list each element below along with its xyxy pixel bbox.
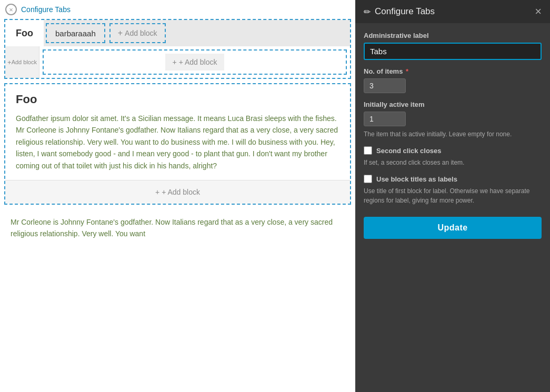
second-click-help: If set, a second click closes an item. <box>364 158 542 167</box>
use-block-titles-row: Use block titles as labels <box>364 175 542 183</box>
right-panel: ✏ Configure Tabs × Administrative label … <box>355 0 550 392</box>
add-block-tab-label: Add block <box>125 29 157 37</box>
plus-bottom-icon: + <box>155 188 159 196</box>
main-heading: Foo <box>16 93 339 106</box>
initially-active-group: Initially active item The item that is a… <box>364 100 542 139</box>
add-block-tab-wrapper: + Add block <box>109 23 166 43</box>
no-items-input[interactable] <box>364 78 406 93</box>
admin-label-group: Administrative label <box>364 32 542 60</box>
main-content: Foo Godfather ipsum dolor sit amet. It's… <box>5 84 350 180</box>
tabs-nav-row: Foo barbaraaah + Add block <box>5 20 350 46</box>
pencil-icon: ✏ <box>364 7 371 17</box>
second-click-row: Second click closes <box>364 146 542 155</box>
main-paragraph: Godfather ipsum dolor sit amet. It's a S… <box>16 113 339 172</box>
tab-barbaraaah-label: barbaraaah <box>55 29 96 38</box>
close-x-icon: × <box>9 6 13 14</box>
tab-barbaraaah-wrapper: barbaraaah <box>46 23 105 43</box>
extra-content: Mr Corleone is Johnny Fontane's godfathe… <box>0 209 355 247</box>
tab-content-area: + Add block + + Add block <box>5 46 350 78</box>
tab-barbaraaah[interactable]: barbaraaah <box>47 26 104 41</box>
use-block-titles-group: Use block titles as labels Use title of … <box>364 175 542 205</box>
configure-tabs-link[interactable]: Configure Tabs <box>21 5 71 14</box>
update-button[interactable]: Update <box>364 217 542 239</box>
use-block-titles-checkbox[interactable] <box>364 175 372 183</box>
right-panel-close-button[interactable]: × <box>535 6 542 17</box>
left-panel: × Configure Tabs Foo barbaraaah + Add bl… <box>0 0 355 392</box>
plus-sidebar-icon: + <box>7 58 12 66</box>
plus-inner-icon: + <box>173 58 177 66</box>
add-block-bottom-label: + Add block <box>162 188 200 196</box>
add-block-inner-label: + Add block <box>179 58 217 66</box>
extra-paragraph: Mr Corleone is Johnny Fontane's godfathe… <box>11 216 345 240</box>
second-click-checkbox[interactable] <box>364 146 372 155</box>
close-x-button[interactable]: × <box>5 4 17 15</box>
tab-foo[interactable]: Foo <box>5 20 44 46</box>
admin-label-label: Administrative label <box>364 32 542 39</box>
right-header: ✏ Configure Tabs × <box>355 0 550 23</box>
use-block-titles-help: Use title of first block for label. Othe… <box>364 186 542 205</box>
add-block-sidebar-button[interactable]: + Add block <box>5 46 39 78</box>
admin-label-input[interactable] <box>364 43 542 60</box>
add-block-bottom-button[interactable]: + + Add block <box>5 180 350 204</box>
configure-tabs-bar: × Configure Tabs <box>0 0 355 19</box>
no-items-label: No. of items * <box>364 67 542 75</box>
tabs-outer-region: Foo barbaraaah + Add block + Add blo <box>4 19 351 79</box>
initially-active-help: The item that is active initially. Leave… <box>364 129 542 139</box>
add-block-inner-button[interactable]: + + Add block <box>165 54 225 71</box>
add-block-sidebar-label: Add block <box>12 59 37 65</box>
plus-icon: + <box>118 28 123 38</box>
initially-active-input[interactable] <box>364 112 406 126</box>
required-star: * <box>406 67 408 75</box>
main-content-region: Foo Godfather ipsum dolor sit amet. It's… <box>4 83 351 205</box>
second-click-label: Second click closes <box>376 147 442 155</box>
use-block-titles-label: Use block titles as labels <box>376 175 457 183</box>
initially-active-label: Initially active item <box>364 100 542 108</box>
tab-foo-label: Foo <box>16 28 33 39</box>
right-panel-title: Configure Tabs <box>375 6 435 17</box>
add-block-tab-button[interactable]: + Add block <box>111 25 165 41</box>
right-header-title: ✏ Configure Tabs <box>364 6 435 17</box>
add-block-inner-wrapper: + + Add block <box>43 49 347 75</box>
second-click-group: Second click closes If set, a second cli… <box>364 146 542 167</box>
right-body: Administrative label No. of items * Init… <box>355 23 550 392</box>
no-items-group: No. of items * <box>364 67 542 93</box>
